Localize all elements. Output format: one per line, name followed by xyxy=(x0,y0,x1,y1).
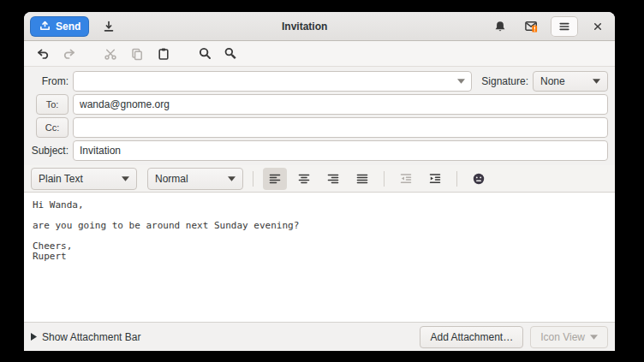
find-replace-button[interactable] xyxy=(221,44,242,64)
cut-icon xyxy=(104,47,117,61)
close-window-button[interactable] xyxy=(587,16,609,37)
menu-button[interactable] xyxy=(551,16,578,37)
expander-arrow-icon xyxy=(31,333,37,341)
paste-button[interactable] xyxy=(153,44,174,64)
envelope-fields: From: Signature: None To: xyxy=(24,67,615,165)
show-attachment-bar-label: Show Attachment Bar xyxy=(42,331,140,343)
combo-arrow-icon xyxy=(457,79,465,84)
search-icon xyxy=(198,46,212,61)
align-center-icon xyxy=(297,172,311,186)
to-row: To: xyxy=(31,94,608,115)
to-button-label: To: xyxy=(46,99,59,110)
header-bar: Send Invitation xyxy=(24,12,615,41)
from-row: From: Signature: None xyxy=(31,71,608,92)
cc-button[interactable]: Cc: xyxy=(36,117,69,138)
format-toolbar: Plain Text Normal xyxy=(24,165,615,193)
paragraph-style-dropdown[interactable]: Normal xyxy=(147,168,243,190)
chevron-down-icon xyxy=(590,335,598,340)
add-attachment-label: Add Attachment… xyxy=(430,331,513,343)
mail-alert-icon xyxy=(524,19,539,33)
add-attachment-button[interactable]: Add Attachment… xyxy=(420,326,523,348)
send-icon xyxy=(39,20,51,33)
header-left-group: Send xyxy=(30,16,120,37)
cut-button[interactable] xyxy=(100,44,121,64)
cc-input[interactable] xyxy=(73,117,608,138)
undo-button[interactable] xyxy=(33,44,53,64)
message-body-text: Hi Wanda, are you going to be around nex… xyxy=(33,200,606,262)
editing-mode-dropdown[interactable]: Plain Text xyxy=(31,168,137,190)
emoji-icon xyxy=(472,172,486,186)
search-button[interactable] xyxy=(194,44,215,64)
copy-button[interactable] xyxy=(127,44,147,64)
align-right-icon xyxy=(326,172,340,186)
subject-row: Subject: xyxy=(31,140,608,161)
subject-input[interactable] xyxy=(73,140,608,161)
find-replace-icon xyxy=(224,46,239,61)
mail-notification-button[interactable] xyxy=(520,16,542,37)
align-left-icon xyxy=(268,172,282,186)
redo-icon xyxy=(63,47,76,61)
align-left-button[interactable] xyxy=(263,168,287,190)
composer-window: Send Invitation xyxy=(24,12,615,351)
to-input[interactable] xyxy=(73,94,608,115)
send-button-label: Send xyxy=(56,21,80,33)
icon-view-label: Icon View xyxy=(540,331,585,343)
from-combobox[interactable] xyxy=(73,71,472,92)
align-justify-icon xyxy=(355,172,369,186)
paragraph-style-value: Normal xyxy=(155,173,188,185)
notifications-button[interactable] xyxy=(489,16,511,37)
chevron-down-icon xyxy=(593,79,600,84)
close-icon xyxy=(592,21,604,33)
save-draft-icon xyxy=(102,20,116,33)
from-label: From: xyxy=(31,75,69,87)
cc-button-label: Cc: xyxy=(45,122,60,133)
align-justify-button[interactable] xyxy=(350,168,374,190)
subject-label: Subject: xyxy=(31,145,69,157)
cc-row: Cc: xyxy=(31,117,608,138)
copy-icon xyxy=(130,47,144,61)
chevron-down-icon xyxy=(122,176,129,181)
separator xyxy=(456,171,457,187)
separator xyxy=(253,171,253,187)
redo-button[interactable] xyxy=(59,44,80,64)
outdent-button[interactable] xyxy=(394,168,418,190)
paste-icon xyxy=(157,47,170,61)
signature-label: Signature: xyxy=(481,75,528,87)
message-body-editor[interactable]: Hi Wanda, are you going to be around nex… xyxy=(24,193,615,322)
separator xyxy=(384,171,385,187)
bell-icon xyxy=(493,20,507,33)
show-attachment-bar-expander[interactable]: Show Attachment Bar xyxy=(31,331,140,343)
outdent-icon xyxy=(399,172,413,186)
editing-mode-value: Plain Text xyxy=(39,173,83,185)
hamburger-menu-icon xyxy=(558,20,571,33)
signature-dropdown[interactable]: None xyxy=(533,71,608,92)
icon-view-dropdown[interactable]: Icon View xyxy=(530,326,608,348)
insert-emoji-button[interactable] xyxy=(467,168,491,190)
attachment-footer: Show Attachment Bar Add Attachment… Icon… xyxy=(24,322,615,351)
signature-value: None xyxy=(540,75,565,87)
edit-toolbar xyxy=(24,41,615,67)
window-title: Invitation xyxy=(127,21,482,33)
align-center-button[interactable] xyxy=(292,168,316,190)
header-right-group xyxy=(489,16,609,37)
to-button[interactable]: To: xyxy=(36,94,69,115)
send-button[interactable]: Send xyxy=(30,16,89,37)
align-right-button[interactable] xyxy=(321,168,345,190)
indent-button[interactable] xyxy=(423,168,447,190)
save-to-outbox-button[interactable] xyxy=(98,16,120,37)
undo-icon xyxy=(36,47,50,61)
chevron-down-icon xyxy=(228,176,236,181)
from-input[interactable] xyxy=(73,71,472,92)
indent-icon xyxy=(428,172,442,186)
